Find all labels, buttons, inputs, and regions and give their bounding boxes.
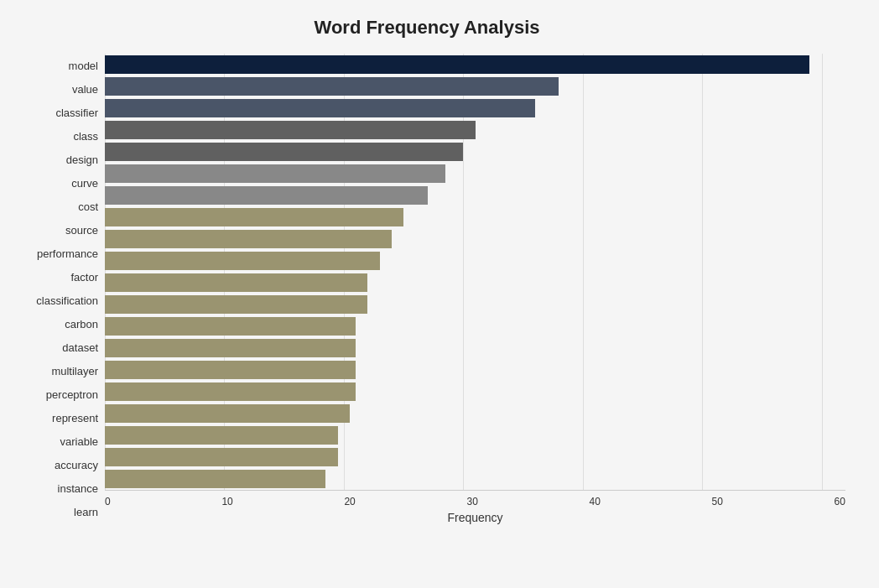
y-label-model: model [69, 55, 98, 75]
y-label-cost: cost [78, 196, 98, 216]
bar-performance [105, 230, 392, 248]
bar-row-model [105, 55, 845, 75]
bar-row-source [105, 207, 845, 227]
bar-multilayer [105, 339, 356, 357]
bar-learn [105, 470, 325, 488]
bar-row-instance [105, 447, 845, 467]
bar-row-performance [105, 229, 845, 249]
bars-and-x: 0102030405060 Frequency [105, 54, 845, 524]
y-label-variable: variable [60, 432, 98, 452]
bar-carbon [105, 295, 367, 314]
bar-model [105, 55, 809, 74]
y-label-multilayer: multilayer [51, 362, 98, 382]
bar-row-factor [105, 251, 845, 271]
x-axis-label: Frequency [105, 511, 845, 524]
bar-row-dataset [105, 316, 845, 336]
x-tick-40: 40 [590, 496, 601, 507]
y-label-learn: learn [74, 502, 98, 523]
bar-row-value [105, 76, 845, 96]
y-label-factor: factor [70, 267, 98, 287]
x-axis: 0102030405060 [105, 491, 845, 507]
y-label-dataset: dataset [62, 338, 98, 358]
bar-variable [105, 404, 350, 423]
x-tick-0: 0 [105, 496, 111, 507]
y-label-class: class [73, 126, 98, 146]
x-tick-10: 10 [221, 496, 232, 507]
y-labels: modelvalueclassifierclassdesigncurvecost… [8, 54, 105, 524]
x-tick-60: 60 [835, 496, 845, 507]
bar-row-perceptron [105, 360, 845, 380]
y-label-classification: classification [36, 290, 98, 310]
y-label-value: value [72, 79, 98, 99]
bar-row-carbon [105, 294, 845, 315]
bar-curve [105, 164, 445, 183]
y-label-carbon: carbon [65, 315, 98, 335]
y-label-classifier: classifier [55, 102, 98, 122]
bar-row-learn [105, 469, 845, 489]
bar-row-curve [105, 164, 845, 184]
y-label-source: source [65, 220, 98, 240]
bar-cost [105, 186, 428, 205]
bar-design [105, 143, 463, 161]
bar-source [105, 208, 403, 226]
bar-class [105, 121, 476, 139]
x-tick-50: 50 [712, 496, 723, 507]
x-tick-20: 20 [344, 496, 355, 507]
y-label-accuracy: accuracy [55, 455, 98, 476]
bar-row-design [105, 142, 845, 162]
bar-classifier [105, 99, 535, 117]
bar-row-class [105, 120, 845, 140]
bar-row-represent [105, 382, 845, 402]
y-label-design: design [66, 149, 98, 169]
chart-container: Word Frequency Analysis modelvalueclassi… [0, 0, 879, 588]
bar-instance [105, 448, 338, 466]
bar-represent [105, 382, 356, 401]
x-tick-30: 30 [466, 496, 477, 507]
y-label-represent: represent [52, 408, 98, 429]
y-label-instance: instance [58, 479, 98, 499]
bar-row-classification [105, 273, 845, 293]
bar-row-variable [105, 403, 845, 424]
y-label-curve: curve [71, 173, 98, 193]
bar-perceptron [105, 361, 356, 379]
y-label-perceptron: perceptron [46, 385, 98, 405]
bar-classification [105, 273, 367, 292]
bar-row-accuracy [105, 425, 845, 445]
y-label-performance: performance [37, 243, 98, 263]
bar-row-cost [105, 185, 845, 206]
bars-rows [105, 54, 845, 490]
chart-title: Word Frequency Analysis [8, 17, 845, 39]
bar-value [105, 77, 559, 96]
bar-row-classifier [105, 98, 845, 118]
bars-area [105, 54, 845, 490]
bar-accuracy [105, 426, 338, 445]
bar-row-multilayer [105, 338, 845, 358]
bar-factor [105, 252, 380, 270]
bar-dataset [105, 317, 356, 336]
chart-area: modelvalueclassifierclassdesigncurvecost… [8, 54, 845, 524]
